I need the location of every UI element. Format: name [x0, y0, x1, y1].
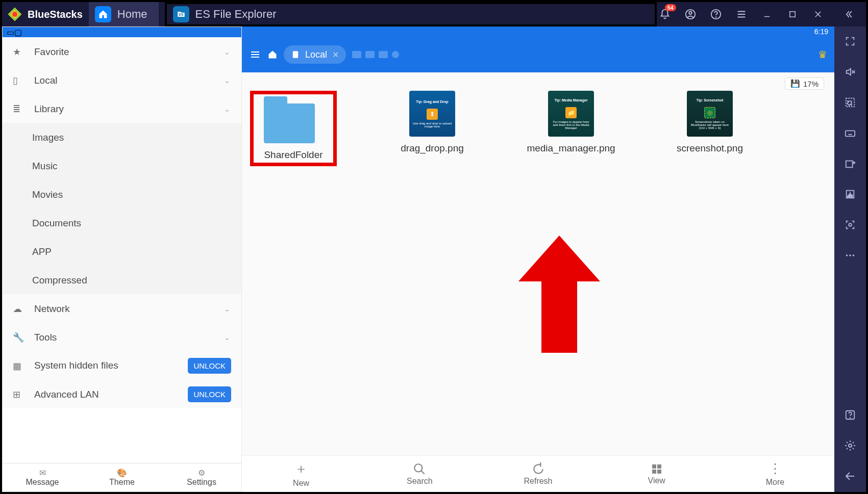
svg-point-20 — [846, 254, 848, 256]
more-icon: ⋮ — [768, 461, 782, 477]
image-thumbnail: Tip: Drag and Drop ⬆ Use drag and drop t… — [409, 91, 455, 137]
home-icon[interactable] — [267, 49, 278, 60]
chip-icon[interactable] — [379, 51, 388, 58]
tab-esfileexplorer-label: ES File Explorer — [195, 8, 277, 21]
unlock-button[interactable]: UNLOCK — [188, 358, 231, 374]
file-item-screenshot[interactable]: Tip: Screenshot ◎ Screenshots taken on B… — [677, 91, 743, 166]
svg-point-25 — [849, 444, 852, 447]
selection-icon[interactable] — [841, 94, 859, 111]
sidebar-item-compressed[interactable]: Compressed — [3, 266, 241, 294]
folder-icon — [264, 103, 315, 143]
svg-point-0 — [12, 12, 17, 17]
svg-point-5 — [716, 17, 716, 17]
unlock-button[interactable]: UNLOCK — [188, 386, 231, 402]
mail-icon: ✉ — [39, 468, 46, 478]
svg-point-22 — [853, 254, 855, 256]
folder-small-icon: 📁 — [565, 107, 577, 118]
sidebar-item-documents[interactable]: Documents — [3, 209, 241, 237]
close-crumb-icon[interactable]: ✕ — [332, 50, 339, 60]
collapse-rail-button[interactable] — [840, 6, 857, 22]
fullscreen-icon[interactable] — [841, 33, 859, 50]
minimize-button[interactable] — [759, 6, 775, 22]
cloud-chip-icon[interactable] — [392, 51, 399, 58]
svg-point-21 — [849, 254, 851, 256]
bottombar-settings[interactable]: ⚙ Settings — [162, 463, 241, 491]
sidebar-item-images[interactable]: Images — [3, 123, 241, 151]
svg-point-9 — [415, 464, 423, 472]
action-label: New — [293, 479, 309, 488]
svg-rect-7 — [293, 51, 299, 58]
sidebar-item-library[interactable]: ≣ Library — [3, 94, 241, 123]
sidebar-item-label: System hidden files — [34, 360, 118, 372]
storage-analyze-pill[interactable]: 💾 17% — [785, 77, 824, 90]
annotation-arrow — [518, 236, 600, 353]
sidebar-item-movies[interactable]: Movies — [3, 180, 241, 209]
help-button[interactable] — [708, 6, 724, 22]
sidebar-item-label: Movies — [32, 189, 63, 200]
notifications-button[interactable]: 54 — [657, 6, 673, 22]
hamburger-icon[interactable] — [249, 48, 261, 61]
sidebar-item-label: Network — [34, 303, 70, 315]
sidebar-item-label: Compressed — [32, 275, 87, 286]
tab-home-label: Home — [117, 8, 147, 21]
chip-icon[interactable] — [352, 51, 361, 58]
sidebar: ★ Favorite ▯ Local ≣ Library Images Musi… — [3, 37, 241, 463]
sidebar-item-network[interactable]: ☁ Network — [3, 294, 241, 323]
file-item-dragdrop[interactable]: Tip: Drag and Drop ⬆ Use drag and drop t… — [399, 91, 465, 166]
export-icon[interactable] — [841, 155, 859, 172]
sidebar-item-label: Music — [32, 161, 58, 172]
svg-rect-11 — [657, 464, 661, 469]
gear-icon: ⚙ — [198, 468, 205, 478]
action-view[interactable]: View — [598, 456, 716, 492]
svg-rect-13 — [657, 470, 661, 474]
action-new[interactable]: ＋ New — [242, 456, 360, 492]
bottombar-theme[interactable]: 🎨 Theme — [82, 463, 162, 491]
sdcard-icon — [291, 50, 300, 59]
bottombar-message[interactable]: ✉ Message — [3, 463, 82, 491]
bottombar-label: Message — [26, 478, 59, 487]
svg-rect-14 — [846, 98, 855, 107]
plus-icon: ＋ — [294, 460, 308, 478]
sidebar-item-favorite[interactable]: ★ Favorite — [3, 37, 241, 66]
main-panel: 6:19 Local ✕ — [242, 27, 834, 492]
apk-install-icon[interactable]: APK — [841, 186, 859, 203]
crown-icon[interactable]: ♛ — [818, 48, 827, 61]
help-icon[interactable] — [841, 406, 859, 424]
action-more[interactable]: ⋮ More — [716, 456, 834, 492]
sidebar-item-advanced-lan[interactable]: ⊞ Advanced LAN UNLOCK — [3, 380, 241, 408]
sidebar-item-app[interactable]: APP — [3, 237, 241, 266]
sidebar-item-hidden-files[interactable]: ▦ System hidden files UNLOCK — [3, 351, 241, 380]
svg-rect-10 — [652, 464, 656, 469]
app-window: BlueStacks Home ES ES File Explorer 54 — [0, 0, 868, 494]
network-icon: ⊞ — [13, 389, 27, 400]
sidebar-item-label: Images — [32, 132, 64, 143]
maximize-button[interactable] — [784, 6, 801, 22]
annotation-highlight: SharedFolder — [250, 91, 336, 166]
sidebar-item-label: Advanced LAN — [34, 389, 99, 400]
sidebar-item-local[interactable]: ▯ Local — [3, 66, 241, 94]
chip-icon[interactable] — [365, 51, 375, 58]
bottombar-label: Settings — [187, 478, 216, 487]
back-icon[interactable] — [841, 467, 859, 485]
volume-mute-icon[interactable] — [841, 63, 859, 81]
file-item-sharedfolder[interactable]: SharedFolder — [260, 91, 327, 166]
action-refresh[interactable]: Refresh — [479, 456, 597, 492]
path-crumb-local[interactable]: Local ✕ — [284, 45, 346, 64]
settings-icon[interactable] — [841, 437, 859, 454]
action-search[interactable]: Search — [360, 456, 479, 492]
screenshot-icon[interactable] — [841, 216, 859, 233]
tab-esfileexplorer[interactable]: ES ES File Explorer — [165, 2, 657, 27]
brand-label: BlueStacks — [28, 9, 83, 20]
sidebar-item-tools[interactable]: 🔧 Tools — [3, 323, 241, 351]
disk-icon: 💾 — [790, 79, 800, 88]
file-label: drag_drop.png — [401, 143, 464, 154]
menu-button[interactable] — [733, 6, 750, 22]
file-item-mediamanager[interactable]: Tip: Media Manager 📁 For images to appea… — [538, 91, 604, 166]
keyboard-icon[interactable] — [841, 124, 859, 142]
account-button[interactable] — [682, 6, 699, 22]
camera-icon: ◎ — [704, 107, 715, 118]
close-button[interactable] — [810, 6, 826, 22]
sidebar-item-music[interactable]: Music — [3, 151, 241, 180]
tab-home[interactable]: Home — [89, 2, 159, 27]
more-tools-icon[interactable] — [841, 247, 859, 264]
